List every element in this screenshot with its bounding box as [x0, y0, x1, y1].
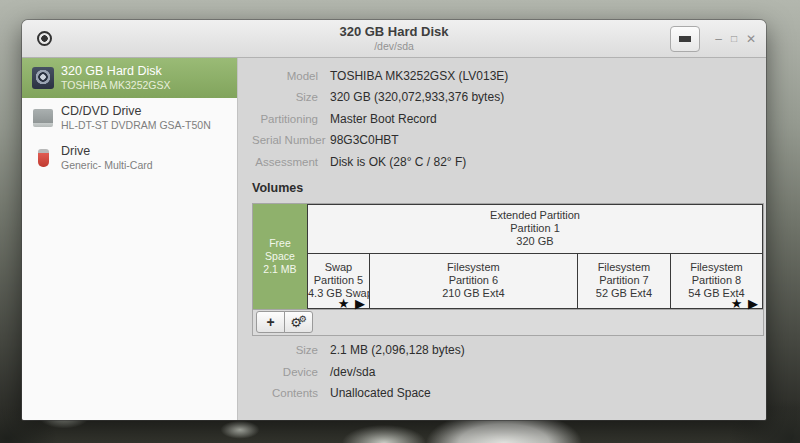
extended-size: 320 GB	[308, 235, 762, 248]
extended-partition-block[interactable]: Extended Partition Partition 1 320 GB	[307, 204, 763, 254]
minimize-button[interactable]: –	[715, 33, 722, 45]
detail-label: Size	[252, 91, 318, 103]
detail-label: Contents	[252, 387, 318, 399]
partition-size: 52 GB Ext4	[578, 287, 670, 300]
device-title: 320 GB Hard Disk	[61, 64, 171, 79]
extended-name: Partition 1	[308, 222, 762, 235]
detail-label: Serial Number	[252, 134, 318, 146]
hard-disk-icon	[32, 67, 54, 89]
volumes-heading: Volumes	[252, 181, 766, 195]
titlebar-text: 320 GB Hard Disk /dev/sda	[142, 24, 646, 53]
free-space-block[interactable]: Free Space 2.1 MB	[253, 204, 307, 309]
window-title: 320 GB Hard Disk	[142, 24, 646, 40]
window-body: 320 GB Hard Disk TOSHIBA MK3252GSX CD/DV…	[22, 58, 766, 420]
window-subtitle: /dev/sda	[142, 40, 646, 53]
mounted-flag-icons: ★ ▶	[338, 297, 366, 310]
detail-value: Master Boot Record	[330, 112, 437, 126]
partition-size: 210 GB Ext4	[370, 287, 577, 300]
selected-volume-details: Size 2.1 MB (2,096,128 bytes) Device /de…	[252, 340, 766, 405]
partition-block-5[interactable]: Swap Partition 5 4.3 GB Swap ★ ▶	[307, 254, 370, 309]
volumes-grid: Free Space 2.1 MB Extended Partition Par…	[253, 204, 763, 309]
detail-row-device: Device /dev/sda	[252, 361, 766, 383]
mounted-flag-icons: ★ ▶	[731, 297, 759, 310]
partition-block-6[interactable]: Filesystem Partition 6 210 GB Ext4	[369, 254, 578, 309]
partition-block-7[interactable]: Filesystem Partition 7 52 GB Ext4	[577, 254, 671, 309]
detail-value: Unallocated Space	[330, 386, 431, 400]
partition-name: Partition 6	[370, 274, 577, 287]
partition-name: Partition 5	[308, 274, 369, 287]
disks-app-icon	[37, 31, 52, 46]
create-partition-button[interactable]: +	[256, 311, 285, 333]
detail-row-size: Size 320 GB (320,072,933,376 bytes)	[252, 87, 766, 109]
free-space-label: Free Space	[253, 237, 307, 263]
detail-row-model: Model TOSHIBA MK3252GSX (LV013E)	[252, 65, 766, 87]
extended-partition-area: Extended Partition Partition 1 320 GB Sw…	[307, 204, 763, 309]
sidebar-item-multicard[interactable]: Drive Generic- Multi-Card	[22, 138, 237, 178]
detail-row-assessment: Assessment Disk is OK (28° C / 82° F)	[252, 151, 766, 173]
detail-label: Device	[252, 366, 318, 378]
plus-icon: +	[266, 314, 274, 330]
device-sidebar: 320 GB Hard Disk TOSHIBA MK3252GSX CD/DV…	[22, 58, 238, 420]
detail-label: Model	[252, 70, 318, 82]
detail-value: Disk is OK (28° C / 82° F)	[330, 155, 466, 169]
sidebar-item-hard-disk[interactable]: 320 GB Hard Disk TOSHIBA MK3252GSX	[22, 58, 237, 98]
detail-label: Size	[252, 344, 318, 356]
detail-row-serial: Serial Number 98G3C0HBT	[252, 130, 766, 152]
partition-options-button[interactable]: ⚙ ⚙	[284, 311, 313, 333]
disk-details-panel: Model TOSHIBA MK3252GSX (LV013E) Size 32…	[238, 58, 766, 420]
partition-type: Filesystem	[671, 261, 762, 274]
close-button[interactable]: ✕	[746, 33, 756, 45]
sidebar-item-cd-dvd[interactable]: CD/DVD Drive HL-DT-ST DVDRAM GSA-T50N	[22, 98, 237, 138]
detail-value: 320 GB (320,072,933,376 bytes)	[330, 90, 504, 104]
window-controls: – □ ✕	[670, 20, 756, 58]
detail-value: 2.1 MB (2,096,128 bytes)	[330, 343, 465, 357]
device-title: CD/DVD Drive	[61, 104, 211, 119]
volumes-widget: Free Space 2.1 MB Extended Partition Par…	[252, 203, 764, 336]
maximize-button[interactable]: □	[731, 33, 737, 45]
partitions-row: Swap Partition 5 4.3 GB Swap ★ ▶ Filesys…	[307, 254, 763, 309]
device-subtitle: HL-DT-ST DVDRAM GSA-T50N	[61, 119, 211, 132]
detail-value: 98G3C0HBT	[330, 133, 399, 147]
device-title: Drive	[61, 144, 153, 159]
detail-label: Partitioning	[252, 113, 318, 125]
disks-window: 320 GB Hard Disk /dev/sda – □ ✕ 320 GB H…	[22, 20, 766, 420]
optical-drive-icon	[33, 109, 53, 127]
detail-label: Assessment	[252, 156, 318, 168]
gears-icon: ⚙	[299, 315, 307, 324]
device-subtitle: Generic- Multi-Card	[61, 159, 153, 172]
detail-row-contents: Contents Unallocated Space	[252, 383, 766, 405]
hamburger-icon	[679, 36, 691, 42]
titlebar[interactable]: 320 GB Hard Disk /dev/sda – □ ✕	[22, 20, 766, 58]
partition-name: Partition 8	[671, 274, 762, 287]
usb-drive-icon	[38, 149, 49, 167]
partition-type: Filesystem	[578, 261, 670, 274]
detail-value: /dev/sda	[330, 365, 375, 379]
partition-type: Swap	[308, 261, 369, 274]
partition-name: Partition 7	[578, 274, 670, 287]
volumes-toolbar: + ⚙ ⚙	[253, 309, 763, 335]
partition-block-8[interactable]: Filesystem Partition 8 54 GB Ext4 ★ ▶	[670, 254, 763, 309]
detail-row-volume-size: Size 2.1 MB (2,096,128 bytes)	[252, 340, 766, 362]
extended-type: Extended Partition	[308, 209, 762, 222]
detail-value: TOSHIBA MK3252GSX (LV013E)	[330, 69, 508, 83]
detail-row-partitioning: Partitioning Master Boot Record	[252, 108, 766, 130]
device-subtitle: TOSHIBA MK3252GSX	[61, 79, 171, 92]
menu-button[interactable]	[670, 26, 700, 52]
free-space-size: 2.1 MB	[253, 263, 307, 276]
partition-type: Filesystem	[370, 261, 577, 274]
